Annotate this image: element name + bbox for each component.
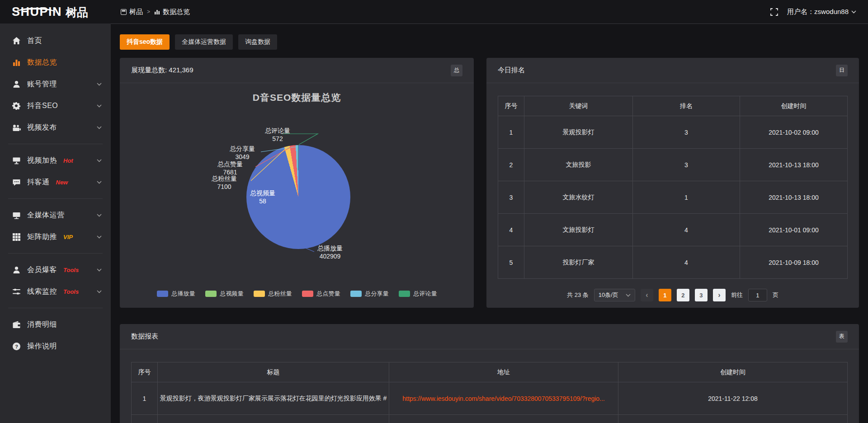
sidebar-item-lead-monitor[interactable]: 线索监控 Tools [0, 281, 111, 302]
pagination: 共 23 条 10条/页 ‹ 1 2 3 › 前往 页 [498, 289, 848, 301]
col-index: 序号 [132, 362, 158, 382]
table-row: 3 文旅水纹灯 1 2021-10-13 18:00 [498, 181, 848, 214]
prev-page-button[interactable]: ‹ [641, 289, 653, 301]
breadcrumb-item-home[interactable]: 树品 [121, 8, 143, 16]
pie-label-fans: 总粉丝量 7100 [199, 174, 249, 191]
next-page-button[interactable]: › [713, 289, 726, 301]
app-logo: SHUPIN 树品 [0, 6, 111, 18]
col-url: 地址 [389, 362, 618, 382]
total-toggle-button[interactable]: 总 [451, 65, 462, 76]
chevron-down-icon [851, 10, 856, 14]
table-row: 4 文旅投影灯 4 2021-10-01 09:00 [498, 214, 848, 246]
tools-badge: Tools [63, 267, 79, 273]
sidebar-item-douyin-seo[interactable]: 抖音SEO [0, 95, 111, 117]
legend-swatch [157, 291, 168, 297]
video-link[interactable]: https://www.iesdouyin.com/share/video/70… [402, 395, 605, 402]
chevron-down-icon [626, 294, 631, 297]
screen-icon [12, 156, 21, 165]
sidebar-item-account[interactable]: 账号管理 [0, 73, 111, 95]
pie-label-plays: 总播放量 402909 [303, 244, 357, 260]
chevron-down-icon [97, 181, 102, 184]
legend-item-comments[interactable]: 总评论量 [399, 290, 437, 298]
grid-icon [12, 233, 21, 241]
goto-label: 前往 [731, 291, 743, 299]
page-button-1[interactable]: 1 [659, 289, 671, 301]
gear-icon [12, 102, 21, 110]
chevron-down-icon [97, 104, 102, 108]
sidebar-item-help[interactable]: ? 操作说明 [0, 335, 111, 357]
page-button-3[interactable]: 3 [695, 289, 708, 301]
impressions-total: 展现量总数: 421,369 [131, 66, 193, 75]
pie-chart-area: D音SEO数据量总览 总评论量 572 总分享量 [120, 83, 474, 308]
sidebar-item-data-overview[interactable]: 数据总览 [0, 52, 111, 73]
table-header-row: 序号 关键词 排名 创建时间 [498, 96, 848, 116]
tab-inquiry-data[interactable]: 询盘数据 [238, 34, 277, 50]
table-row: 2 文旅投影 3 2021-10-13 18:00 [498, 149, 848, 181]
chart-legend: 总播放量 总视频量 总粉丝量 总点赞量 总分享量 总评论量 [120, 290, 474, 298]
username-label: 用户名：zswodun88 [787, 8, 849, 16]
sidebar-item-consumption-detail[interactable]: 消费明细 [0, 314, 111, 335]
page-size-select[interactable]: 10条/页 [594, 289, 635, 301]
chart-title: D音SEO数据量总览 [120, 91, 474, 104]
sidebar-item-douketong[interactable]: 抖客通 New [0, 171, 111, 193]
sidebar-item-member-baoke[interactable]: 会员爆客 Tools [0, 259, 111, 281]
chevron-down-icon [97, 126, 102, 129]
sidebar-divider [8, 198, 103, 199]
sidebar-item-media-operation[interactable]: 全媒体运营 [0, 204, 111, 226]
new-badge: New [56, 179, 68, 186]
sidebar-item-home[interactable]: 首页 [0, 30, 111, 52]
person-icon [12, 266, 21, 274]
home-icon [12, 37, 21, 45]
chevron-down-icon [97, 235, 102, 239]
col-keyword: 关键词 [524, 96, 633, 116]
goto-page-input[interactable] [748, 289, 767, 301]
goto-suffix: 页 [773, 291, 778, 299]
svg-text:?: ? [15, 343, 18, 349]
sidebar-divider [8, 253, 103, 254]
legend-swatch [399, 291, 410, 297]
report-table: 序号 标题 地址 创建时间 1 景观投影灯，夜游景观投影灯厂家展示展示落花灯在花… [131, 362, 848, 423]
legend-item-fans[interactable]: 总粉丝量 [254, 290, 292, 298]
legend-item-likes[interactable]: 总点赞量 [302, 290, 340, 298]
tab-douyin-seo-data[interactable]: 抖音seo数据 [120, 34, 170, 50]
page-button-2[interactable]: 2 [677, 289, 689, 301]
sidebar-item-video-heat[interactable]: 视频加热 Hot [0, 150, 111, 171]
video-title: 景观投影灯，夜游景观投影灯厂家展示展示落花灯在花园里的灯光投影应用效果 # [158, 382, 389, 415]
vip-badge: VIP [63, 234, 73, 240]
breadcrumb-item-current[interactable]: 数据总览 [154, 8, 190, 16]
legend-item-videos[interactable]: 总视频量 [205, 290, 244, 298]
table-row: 1 景观投影灯 3 2021-10-02 09:00 [498, 116, 848, 149]
seo-data-panel: 展现量总数: 421,369 总 D音SEO数据量总览 总评论量 [120, 58, 474, 308]
report-panel-header: 数据报表 表 [120, 324, 859, 349]
ranking-panel-header: 今日排名 日 [486, 58, 859, 83]
tab-media-operation-data[interactable]: 全媒体运营数据 [175, 34, 233, 50]
legend-item-shares[interactable]: 总分享量 [350, 290, 389, 298]
fullscreen-icon[interactable] [770, 8, 778, 16]
col-rank: 排名 [633, 96, 740, 116]
topbar-right: 用户名：zswodun88 [770, 8, 868, 16]
day-toggle-button[interactable]: 日 [836, 65, 848, 76]
table-header-row: 序号 标题 地址 创建时间 [132, 362, 848, 382]
ranking-table: 序号 关键词 排名 创建时间 1 景观投影灯 3 2021-10 [498, 96, 848, 279]
today-ranking-panel: 今日排名 日 序号 关键词 排名 创建时间 [486, 58, 859, 308]
sidebar-divider [8, 144, 103, 144]
pie-label-likes: 总点赞量 7681 [205, 160, 255, 176]
table-toggle-button[interactable]: 表 [836, 331, 848, 343]
chevron-down-icon [97, 290, 102, 293]
user-menu[interactable]: 用户名：zswodun88 [787, 8, 856, 16]
col-title: 标题 [158, 362, 389, 382]
bar-chart-icon [154, 9, 160, 15]
legend-item-plays[interactable]: 总播放量 [157, 290, 195, 298]
pagination-total: 共 23 条 [567, 291, 589, 299]
sidebar-item-matrix-boost[interactable]: 矩阵助推 VIP [0, 226, 111, 248]
chevron-down-icon [97, 83, 102, 86]
data-tabs: 抖音seo数据 全媒体运营数据 询盘数据 [120, 34, 859, 50]
legend-swatch [302, 291, 313, 297]
sidebar-divider [8, 308, 103, 308]
sidebar-item-video-publish[interactable]: 视频发布 [0, 117, 111, 138]
table-row-partial [132, 415, 848, 423]
table-row: 1 景观投影灯，夜游景观投影灯厂家展示展示落花灯在花园里的灯光投影应用效果 # … [132, 382, 848, 415]
col-created: 创建时间 [740, 96, 848, 116]
pie-label-videos: 总视频量 58 [238, 189, 288, 205]
breadcrumb-separator: > [147, 9, 150, 15]
